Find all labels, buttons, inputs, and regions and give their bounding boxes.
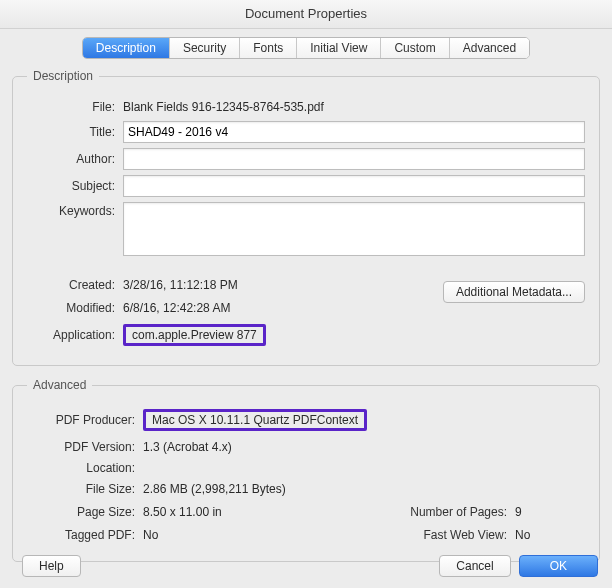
tab-fonts[interactable]: Fonts — [240, 38, 297, 58]
producer-highlight: Mac OS X 10.11.1 Quartz PDFContext — [143, 409, 367, 431]
version-value: 1.3 (Acrobat 4.x) — [143, 438, 585, 456]
cancel-button[interactable]: Cancel — [439, 555, 510, 577]
title-label: Title: — [27, 125, 123, 139]
application-highlight: com.apple.Preview 877 — [123, 324, 266, 346]
fastweb-value: No — [515, 526, 555, 544]
producer-value: Mac OS X 10.11.1 Quartz PDFContext — [143, 407, 585, 433]
keywords-field[interactable] — [123, 202, 585, 256]
file-value: Blank Fields 916-12345-8764-535.pdf — [123, 98, 585, 116]
numpages-label: Number of Pages: — [387, 505, 515, 519]
location-label: Location: — [27, 461, 143, 475]
application-label: Application: — [27, 328, 123, 342]
help-button[interactable]: Help — [22, 555, 81, 577]
filesize-value: 2.86 MB (2,998,211 Bytes) — [143, 480, 585, 498]
subject-field[interactable] — [123, 175, 585, 197]
version-label: PDF Version: — [27, 440, 143, 454]
numpages-value: 9 — [515, 503, 555, 521]
subject-label: Subject: — [27, 179, 123, 193]
tagged-value: No — [143, 526, 303, 544]
pagesize-value: 8.50 x 11.00 in — [143, 503, 303, 521]
window-title: Document Properties — [0, 0, 612, 29]
additional-metadata-button[interactable]: Additional Metadata... — [443, 281, 585, 303]
advanced-group: Advanced PDF Producer: Mac OS X 10.11.1 … — [12, 378, 600, 562]
description-group: Description File: Blank Fields 916-12345… — [12, 69, 600, 366]
description-legend: Description — [27, 69, 99, 83]
tab-initial-view[interactable]: Initial View — [297, 38, 381, 58]
keywords-label: Keywords: — [27, 202, 123, 218]
pagesize-label: Page Size: — [27, 505, 143, 519]
author-field[interactable] — [123, 148, 585, 170]
tab-custom[interactable]: Custom — [381, 38, 449, 58]
tab-advanced[interactable]: Advanced — [450, 38, 529, 58]
file-label: File: — [27, 100, 123, 114]
dialog-footer: Help Cancel OK — [0, 544, 612, 588]
tagged-label: Tagged PDF: — [27, 528, 143, 542]
ok-button[interactable]: OK — [519, 555, 598, 577]
location-value — [143, 466, 585, 470]
modified-label: Modified: — [27, 301, 123, 315]
tab-segmented-control[interactable]: Description Security Fonts Initial View … — [82, 37, 530, 59]
advanced-legend: Advanced — [27, 378, 92, 392]
application-value: com.apple.Preview 877 — [123, 322, 585, 348]
created-label: Created: — [27, 278, 123, 292]
fastweb-label: Fast Web View: — [387, 528, 515, 542]
title-field[interactable] — [123, 121, 585, 143]
author-label: Author: — [27, 152, 123, 166]
filesize-label: File Size: — [27, 482, 143, 496]
producer-label: PDF Producer: — [27, 413, 143, 427]
tab-description[interactable]: Description — [83, 38, 170, 58]
tab-security[interactable]: Security — [170, 38, 240, 58]
tab-bar: Description Security Fonts Initial View … — [0, 37, 612, 59]
